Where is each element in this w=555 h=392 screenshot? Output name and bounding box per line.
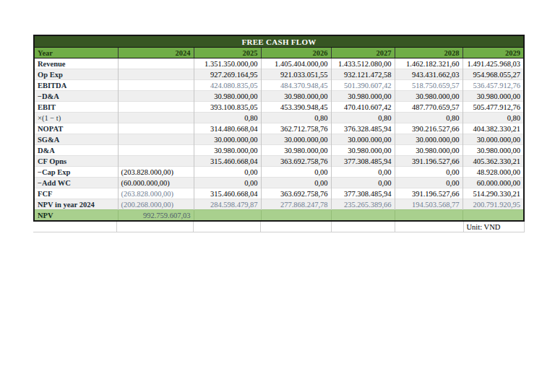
- value-cell-2027: 0,80: [331, 113, 395, 123]
- title-row: FREE CASH FLOW: [35, 36, 523, 48]
- value-cell-2027: 0,00: [331, 178, 395, 188]
- value-cell-2028: 0,00: [395, 178, 462, 188]
- value-cell-2028: 30.980.000,00: [395, 145, 462, 156]
- year-header-2028: 2028: [395, 48, 462, 58]
- year-header-2029: 2029: [462, 48, 523, 58]
- value-cell-2029: 30.000.000,00: [462, 134, 523, 145]
- value-cell-2026: 0,00: [261, 178, 331, 188]
- value-cell-2027: 30.980.000,00: [331, 145, 395, 156]
- value-cell-2024: (203.828.000,00): [118, 167, 194, 178]
- value-cell-2028: 30.980.000,00: [395, 91, 462, 102]
- value-cell-2024: [118, 156, 194, 167]
- value-cell-2024: [118, 69, 194, 80]
- value-cell-2028: 0,00: [395, 167, 462, 178]
- row-label: NPV: [35, 210, 118, 221]
- value-cell-2027: 377.308.485,94: [331, 188, 395, 199]
- value-cell-2024: (200.268.000,00): [118, 199, 194, 210]
- value-cell-2026: 0,00: [261, 167, 331, 178]
- row-label: NPV in year 2024: [35, 199, 118, 210]
- value-cell-2025: 0,80: [194, 113, 261, 123]
- value-cell-2029: 60.000.000,00: [462, 178, 523, 188]
- row-label: ×(1 − t): [35, 113, 118, 123]
- value-cell-2026: 362.712.758,76: [261, 123, 331, 134]
- year-header-2025: 2025: [194, 48, 261, 58]
- value-cell-2029: 505.477.912,76: [462, 102, 523, 113]
- value-cell-2025: 314.480.668,04: [194, 123, 261, 134]
- value-cell-2026: 453.390.948,45: [261, 102, 331, 113]
- value-cell-2027: 376.328.485,94: [331, 123, 395, 134]
- value-cell-2026: 484.370.948,45: [261, 80, 331, 91]
- row-label: D&A: [35, 145, 118, 156]
- value-cell-2028: 1.462.182.321,60: [395, 58, 462, 69]
- value-cell-2029: [462, 210, 523, 221]
- year-header-2027: 2027: [331, 48, 395, 58]
- value-cell-2026: 363.692.758,76: [261, 188, 331, 199]
- value-cell-2025: 0,00: [194, 167, 261, 178]
- row-label: −Add WC: [35, 178, 118, 188]
- value-cell-2027: 0,00: [331, 167, 395, 178]
- row-label: Op Exp: [35, 69, 118, 80]
- value-cell-2024: [118, 80, 194, 91]
- table-row: D&A30.980.000,0030.980.000,0030.980.000,…: [35, 145, 523, 156]
- value-cell-2024: [118, 58, 194, 69]
- value-cell-2025: 393.100.835,05: [194, 102, 261, 113]
- value-cell-2025: 30.980.000,00: [194, 91, 261, 102]
- value-cell-2027: 30.980.000,00: [331, 91, 395, 102]
- below-table-row: Unit: VND: [33, 222, 525, 232]
- row-label: EBITDA: [35, 80, 118, 91]
- value-cell-2026: 363.692.758,76: [261, 156, 331, 167]
- value-cell-2029: 30.980.000,00: [462, 145, 523, 156]
- value-cell-2027: 377.308.485,94: [331, 156, 395, 167]
- value-cell-2025: 927.269.164,95: [194, 69, 261, 80]
- value-cell-2029: 536.457.912,76: [462, 80, 523, 91]
- value-cell-2029: 1.491.425.968,03: [462, 58, 523, 69]
- value-cell-2025: 315.460.668,04: [194, 156, 261, 167]
- value-cell-2025: 30.000.000,00: [194, 134, 261, 145]
- table-row: −D&A30.980.000,0030.980.000,0030.980.000…: [35, 91, 523, 102]
- table-title: FREE CASH FLOW: [35, 36, 523, 48]
- table-row: NPV992.759.607,03: [35, 210, 523, 221]
- unit-row: Unit: VND: [33, 222, 525, 232]
- value-cell-2029: 405.362.330,21: [462, 156, 523, 167]
- year-header-2024: 2024: [118, 48, 194, 58]
- value-cell-2029: 48.928.000,00: [462, 167, 523, 178]
- value-cell-2024: [118, 123, 194, 134]
- value-cell-2028: [395, 210, 462, 221]
- value-cell-2026: 277.868.247,78: [261, 199, 331, 210]
- value-cell-2025: 284.598.479,87: [194, 199, 261, 210]
- empty-cell: [395, 222, 463, 232]
- value-cell-2028: 518.750.659,57: [395, 80, 462, 91]
- table-row: Revenue1.351.350.000,001.405.404.000,001…: [35, 58, 523, 69]
- value-cell-2028: 391.196.527,66: [395, 156, 462, 167]
- value-cell-2024: 992.759.607,03: [118, 210, 194, 221]
- value-cell-2027: 235.265.389,66: [331, 199, 395, 210]
- row-label: NOPAT: [35, 123, 118, 134]
- value-cell-2024: (60.000.000,00): [118, 178, 194, 188]
- value-cell-2026: [261, 210, 331, 221]
- table-row: EBITDA424.080.835,05484.370.948,45501.39…: [35, 80, 523, 91]
- value-cell-2026: 921.033.051,55: [261, 69, 331, 80]
- row-label: −Cap Exp: [35, 167, 118, 178]
- row-label: FCF: [35, 188, 118, 199]
- table-row: NPV in year 2024(200.268.000,00)284.598.…: [35, 199, 523, 210]
- year-header-2026: 2026: [261, 48, 331, 58]
- value-cell-2027: 1.433.512.080,00: [331, 58, 395, 69]
- empty-cell: [331, 222, 395, 232]
- table-row: ×(1 − t)0,800,800,800,800,80: [35, 113, 523, 123]
- free-cash-flow-table: FREE CASH FLOW Year202420252026202720282…: [35, 36, 523, 220]
- value-cell-2029: 0,80: [462, 113, 523, 123]
- value-cell-2028: 0,80: [395, 113, 462, 123]
- value-cell-2025: 424.080.835,05: [194, 80, 261, 91]
- table-body: Revenue1.351.350.000,001.405.404.000,001…: [35, 58, 523, 221]
- empty-cell: [33, 222, 117, 232]
- table-row: SG&A30.000.000,0030.000.000,0030.000.000…: [35, 134, 523, 145]
- spreadsheet-area: FREE CASH FLOW Year202420252026202720282…: [33, 35, 525, 232]
- value-cell-2027: [331, 210, 395, 221]
- value-cell-2024: [118, 113, 194, 123]
- value-cell-2029: 30.980.000,00: [462, 91, 523, 102]
- value-cell-2025: [194, 210, 261, 221]
- value-cell-2029: 954.968.055,27: [462, 69, 523, 80]
- table-row: NOPAT314.480.668,04362.712.758,76376.328…: [35, 123, 523, 134]
- row-label: EBIT: [35, 102, 118, 113]
- unit-note: Unit: VND: [463, 222, 524, 232]
